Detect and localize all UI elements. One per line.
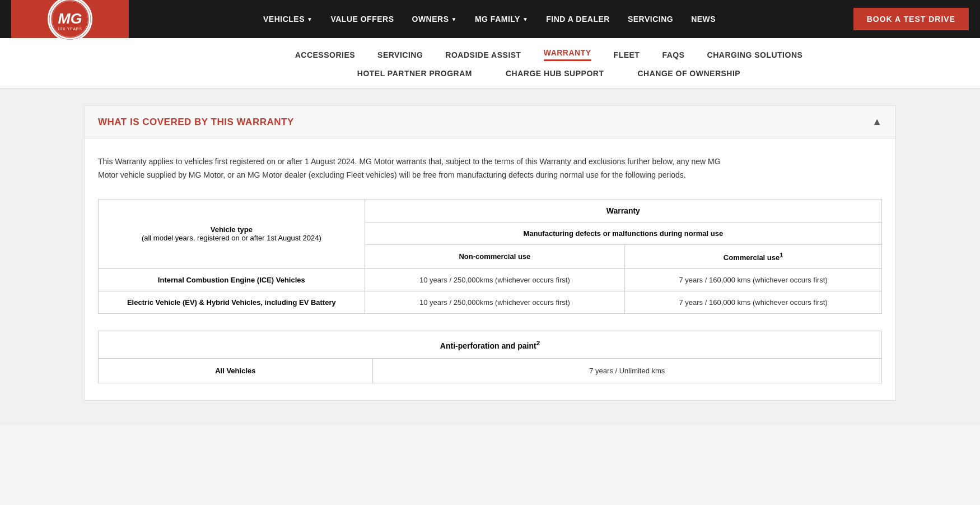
warranty-accordion: WHAT IS COVERED BY THIS WARRANTY ▲ This …	[84, 105, 896, 401]
table-row: All Vehicles 7 years / Unlimited kms	[99, 358, 882, 383]
sec-nav-change-ownership[interactable]: CHANGE OF OWNERSHIP	[637, 69, 740, 78]
logo-circle: MG 100 YEARS	[48, 0, 92, 41]
sec-nav-charging-solutions[interactable]: CHARGING SOLUTIONS	[707, 50, 803, 59]
page-wrapper: MG 100 YEARS VEHICLES ▼ VALUE OFFERS OWN…	[0, 0, 980, 425]
top-navbar: MG 100 YEARS VEHICLES ▼ VALUE OFFERS OWN…	[0, 0, 980, 38]
vehicles-dropdown-arrow: ▼	[307, 16, 312, 22]
main-content: WHAT IS COVERED BY THIS WARRANTY ▲ This …	[0, 89, 980, 425]
all-vehicles-label: All Vehicles	[99, 358, 373, 383]
sec-nav-hotel-partner[interactable]: HOTEL PARTNER PROGRAM	[357, 69, 472, 78]
accordion-title: WHAT IS COVERED BY THIS WARRANTY	[98, 117, 294, 128]
nav-item-news[interactable]: NEWS	[691, 15, 716, 24]
secondary-navbar: ACCESSORIES SERVICING ROADSIDE ASSIST WA…	[0, 38, 980, 89]
accordion-body: This Warranty applies to vehicles first …	[85, 138, 895, 400]
table-row: Internal Combustion Engine (ICE) Vehicle…	[99, 268, 882, 291]
book-test-drive-button[interactable]: BOOK A TEST DRIVE	[853, 8, 969, 30]
paint-table: Anti-perforation and paint2 All Vehicles…	[98, 331, 882, 383]
warranty-table: Vehicle type(all model years, registered…	[98, 199, 882, 314]
nav-item-value-offers[interactable]: VALUE OFFERS	[330, 15, 394, 24]
accordion-header[interactable]: WHAT IS COVERED BY THIS WARRANTY ▲	[85, 106, 895, 138]
nav-item-servicing[interactable]: SERVICING	[628, 15, 673, 24]
logo-area: MG 100 YEARS	[11, 0, 129, 38]
ev-commercial: 7 years / 160,000 kms (whichever occurs …	[625, 291, 882, 313]
paint-header: Anti-perforation and paint2	[99, 331, 882, 358]
ev-non-commercial: 10 years / 250,000kms (whichever occurs …	[365, 291, 624, 313]
nav-item-mg-family[interactable]: MG FAMILY ▼	[475, 15, 528, 24]
ice-non-commercial: 10 years / 250,000kms (whichever occurs …	[365, 268, 624, 291]
secondary-nav-row2: HOTEL PARTNER PROGRAM CHARGE HUB SUPPORT…	[0, 69, 980, 88]
non-commercial-header: Non-commercial use	[365, 244, 624, 268]
sec-nav-faqs[interactable]: FAQS	[662, 50, 684, 59]
nav-item-owners[interactable]: OWNERS ▼	[412, 15, 457, 24]
mgfamily-dropdown-arrow: ▼	[522, 16, 528, 22]
nav-items: VEHICLES ▼ VALUE OFFERS OWNERS ▼ MG FAMI…	[129, 15, 853, 24]
sec-nav-warranty[interactable]: WARRANTY	[544, 48, 591, 61]
logo-svg: MG 100 YEARS	[48, 0, 92, 40]
nav-item-vehicles[interactable]: VEHICLES ▼	[263, 15, 312, 24]
sec-nav-roadside-assist[interactable]: ROADSIDE ASSIST	[445, 50, 521, 59]
sec-nav-accessories[interactable]: ACCESSORIES	[295, 50, 355, 59]
warranty-intro-text: This Warranty applies to vehicles first …	[98, 155, 742, 182]
nav-item-find-dealer[interactable]: FIND A DEALER	[546, 15, 610, 24]
svg-text:100 YEARS: 100 YEARS	[58, 27, 82, 31]
sec-nav-charge-hub[interactable]: CHARGE HUB SUPPORT	[506, 69, 604, 78]
secondary-nav-row1: ACCESSORIES SERVICING ROADSIDE ASSIST WA…	[0, 38, 980, 69]
table-row: Electric Vehicle (EV) & Hybrid Vehicles,…	[99, 291, 882, 313]
all-vehicles-value: 7 years / Unlimited kms	[372, 358, 881, 383]
defects-header: Manufacturing defects or malfunctions du…	[365, 222, 881, 244]
sec-nav-fleet[interactable]: FLEET	[614, 50, 640, 59]
warranty-header: Warranty	[365, 199, 881, 222]
accordion-arrow-icon: ▲	[872, 116, 882, 128]
vehicle-type-header: Vehicle type(all model years, registered…	[99, 199, 365, 268]
owners-dropdown-arrow: ▼	[451, 16, 457, 22]
svg-text:MG: MG	[58, 10, 82, 27]
sec-nav-servicing[interactable]: SERVICING	[377, 50, 423, 59]
commercial-header: Commercial use1	[625, 244, 882, 268]
ev-vehicle-label: Electric Vehicle (EV) & Hybrid Vehicles,…	[99, 291, 365, 313]
ice-commercial: 7 years / 160,000 kms (whichever occurs …	[625, 268, 882, 291]
ice-vehicle-label: Internal Combustion Engine (ICE) Vehicle…	[99, 268, 365, 291]
